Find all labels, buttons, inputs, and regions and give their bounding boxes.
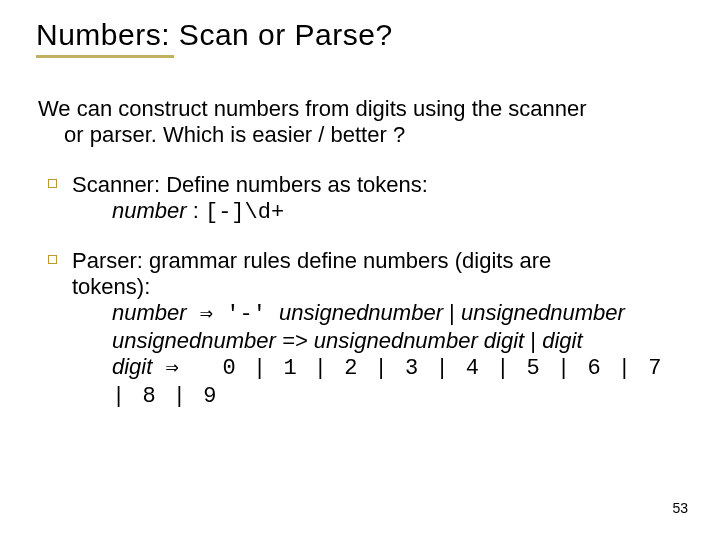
- rule2-rhs-b: digit: [542, 328, 582, 353]
- slide: Numbers: Scan or Parse? We can construct…: [0, 0, 720, 540]
- rule2-rhs-a: unsignednumber digit: [314, 328, 524, 353]
- intro-line-1: We can construct numbers from digits usi…: [38, 96, 587, 121]
- scanner-rhs: [-]\d+: [205, 200, 284, 225]
- scanner-colon: :: [187, 198, 205, 223]
- bullet-item-scanner: Scanner: Define numbers as tokens: numbe…: [36, 172, 684, 226]
- scanner-lead: Scanner: Define numbers as tokens:: [72, 172, 428, 197]
- slide-title: Numbers: Scan or Parse?: [36, 18, 684, 52]
- rule1-rhs-c: unsignednumber: [461, 300, 625, 325]
- rule3-arrow: ⇒: [152, 356, 192, 381]
- title-area: Numbers: Scan or Parse?: [36, 18, 684, 58]
- scanner-lhs: number: [112, 198, 187, 223]
- scanner-rule: number : [-]\d+: [72, 198, 684, 226]
- rule3-lhs: digit: [112, 354, 152, 379]
- rule2-pipe: |: [524, 328, 542, 353]
- intro-paragraph: We can construct numbers from digits usi…: [36, 96, 684, 148]
- page-number: 53: [672, 500, 688, 516]
- rule1-rhs-a: '-': [226, 302, 279, 327]
- rule2-lhs: unsignednumber: [112, 328, 276, 353]
- rule3-rhs: 0 | 1 | 2 | 3 | 4 | 5 | 6 | 7 | 8 | 9: [112, 356, 663, 409]
- parser-lead-1: Parser: grammar rules define numbers (di…: [72, 248, 551, 273]
- parser-rule-1: number ⇒ '-' unsignednumber | unsignednu…: [72, 300, 684, 328]
- rule1-lhs: number: [112, 300, 187, 325]
- rule1-rhs-b: unsignednumber: [279, 300, 443, 325]
- bullet-item-parser: Parser: grammar rules define numbers (di…: [36, 248, 684, 410]
- title-underline: [36, 55, 174, 58]
- parser-rule-3: digit ⇒ 0 | 1 | 2 | 3 | 4 | 5 | 6 | 7 | …: [72, 354, 684, 410]
- square-bullet-icon: [48, 255, 57, 264]
- parser-lead-2: tokens):: [72, 274, 684, 300]
- rule1-arrow: ⇒: [187, 302, 227, 327]
- intro-line-2: or parser. Which is easier / better ?: [38, 122, 684, 148]
- square-bullet-icon: [48, 179, 57, 188]
- rule1-pipe: |: [443, 300, 461, 325]
- rule2-arrow: =>: [276, 328, 314, 353]
- slide-body: We can construct numbers from digits usi…: [36, 96, 684, 410]
- parser-rule-2: unsignednumber => unsignednumber digit |…: [72, 328, 684, 354]
